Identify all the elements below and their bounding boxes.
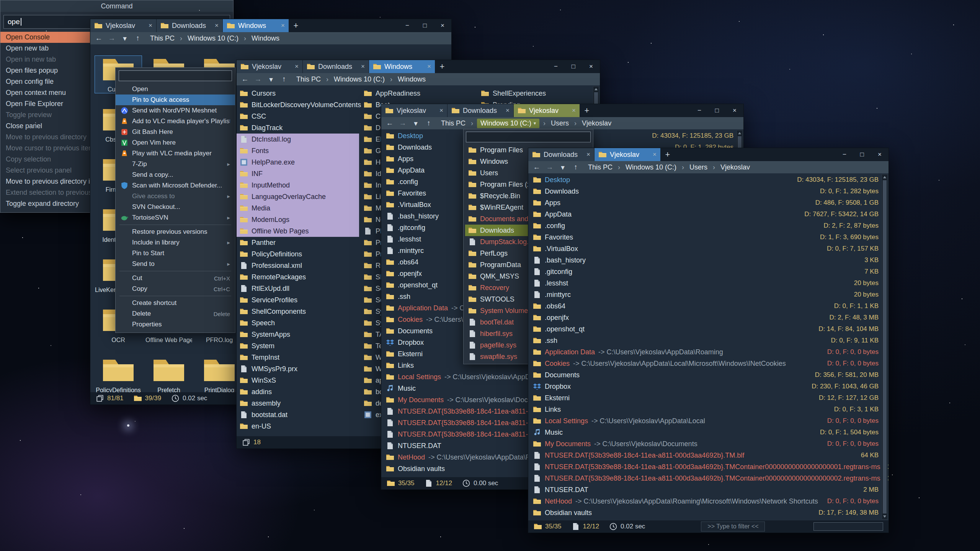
file-row[interactable]: ShellExperiences [478,88,593,99]
scroll-up-icon[interactable] [882,174,887,180]
file-row[interactable]: .openjfxD: 2, F: 48, 3 MB [528,312,889,323]
breadcrumb-segment[interactable]: Windows 10 (C:) [624,163,678,172]
file-row[interactable]: LanguageOverlayCache [237,191,359,202]
file-row[interactable]: NTUSER.DAT{53b39e88-18c4-11ea-a811-000d3… [528,461,889,473]
close-button[interactable]: × [582,60,600,73]
menu-item[interactable]: CopyCtrl+C [116,284,235,294]
file-row[interactable]: ServiceProfiles [237,294,359,306]
grid-item[interactable]: PolicyDefinitions [95,357,142,392]
file-row[interactable]: Fonts [237,145,359,156]
file-row[interactable]: Application Data-> C:\Users\Vjekoslav\Ap… [528,346,889,358]
minimize-button[interactable]: − [547,60,565,73]
file-row[interactable]: .minttyrc20 bytes [528,289,889,300]
file-row[interactable]: WinSxS [237,375,359,386]
menu-item[interactable]: Add to VLC media player's Playlist [116,116,235,127]
breadcrumb-segment[interactable]: Vjekoslav [580,119,613,128]
file-row[interactable]: addins [237,386,359,398]
file-row[interactable]: .sshD: 0, F: 9, 11 KB [528,335,889,346]
status-filter-input[interactable] [813,522,883,531]
file-row[interactable]: Local Settings-> C:\Users\Vjekoslav\AppD… [528,415,889,427]
file-row[interactable]: ModemLogs [237,214,359,225]
titlebar[interactable]: Vjekoslav×Downloads×Windows×+−□× [90,19,451,32]
menu-item[interactable]: Send a copy... [116,170,235,180]
back-icon[interactable]: ← [94,34,103,42]
back-icon[interactable]: ← [532,163,541,171]
tab-vjekoslav[interactable]: Vjekoslav× [595,148,661,161]
file-row[interactable]: RtlExUpd.dll [237,283,359,294]
minimize-button[interactable]: − [399,19,416,32]
menu-item[interactable]: Pin to Quick access [116,95,235,105]
forward-icon[interactable]: → [253,75,263,83]
new-tab-button[interactable]: + [435,60,449,73]
breadcrumb-segment[interactable]: Vjekoslav [719,163,751,172]
file-row[interactable]: InputMethod [237,179,359,191]
dropdown-icon[interactable]: ▾ [411,119,420,128]
close-button[interactable]: × [726,104,743,117]
file-row[interactable]: DropboxD: 230, F: 1043, 46 GB [528,381,889,392]
file-row[interactable]: Panther [237,237,359,248]
menu-item[interactable]: Scan with Microsoft Defender... [116,180,235,191]
close-button[interactable]: × [434,19,451,32]
breadcrumb-segment[interactable]: Users [549,119,570,128]
tab-close-icon[interactable]: × [570,107,576,114]
dropdown-icon[interactable]: ▾ [558,163,567,172]
tab-downloads[interactable]: Downloads× [157,19,223,32]
new-tab-button[interactable]: + [289,19,303,32]
tab-close-icon[interactable]: × [359,63,365,70]
file-row[interactable]: NTUSER.DAT{53b39e88-18c4-11ea-a811-000d3… [528,473,889,484]
tab-vjekoslav[interactable]: Vjekoslav× [381,104,448,117]
tab-close-icon[interactable]: × [212,22,219,29]
file-row[interactable]: Obsidian vaultsD: 17, F: 149, 38 MB [528,507,889,518]
titlebar[interactable]: Vjekoslav×Downloads×Windows×+−□× [237,60,600,73]
file-row[interactable]: Professional.xml [237,260,359,271]
up-icon[interactable]: ↑ [424,119,433,127]
file-row[interactable]: TempInst [237,352,359,363]
file-row[interactable]: .lesshst20 bytes [528,277,889,289]
file-row[interactable]: DesktopD: 43034, F: 125185, 23 GB [528,174,889,186]
menu-item[interactable]: Give access to▸ [116,191,235,202]
file-row[interactable]: .VirtualBoxD: 0, F: 7, 157 KB [528,243,889,254]
tab-downloads[interactable]: Downloads× [303,60,369,73]
menu-item[interactable]: Open [116,84,235,95]
context-menu-filter-input[interactable] [119,70,232,81]
tab-close-icon[interactable]: × [292,63,299,70]
file-row[interactable]: Media [237,202,359,214]
menu-item[interactable]: Pin to Start [116,248,235,259]
forward-icon[interactable]: → [398,119,407,127]
titlebar[interactable]: Vjekoslav×Downloads×Vjekoslav×+−□× [381,104,743,117]
file-row[interactable]: FavoritesD: 1, F: 3, 690 bytes [528,231,889,243]
breadcrumb-segment[interactable]: Windows 10 (C:) [332,75,386,84]
file-list-panel[interactable]: DesktopD: 43034, F: 125185, 23 GBDownloa… [528,173,889,520]
menu-item[interactable]: Send to▸ [116,259,235,269]
new-tab-button[interactable]: + [580,104,594,117]
path-edit-input[interactable] [466,132,591,142]
maximize-button[interactable]: □ [708,104,726,117]
menu-item[interactable]: Play with VLC media player [116,148,235,159]
tab-vjekoslav[interactable]: Vjekoslav× [514,104,580,117]
scroll-up-icon[interactable] [737,130,742,136]
back-icon[interactable]: ← [240,75,250,83]
breadcrumb-segment[interactable]: Windows [250,34,281,43]
file-row[interactable]: DocumentsD: 356, F: 581, 20 MB [528,369,889,381]
file-row[interactable]: en-US [237,421,359,432]
up-icon[interactable]: ↑ [571,163,580,171]
tab-downloads[interactable]: Downloads× [448,104,514,117]
breadcrumb-segment[interactable]: Windows [396,75,427,84]
file-row[interactable]: bootstat.dat [237,409,359,421]
file-row[interactable]: Speech [237,317,359,329]
breadcrumb-segment[interactable]: Windows 10 (C:) [186,34,240,43]
file-row[interactable]: .configD: 2, F: 2, 87 bytes [528,220,889,231]
menu-item[interactable]: Git Bash Here [116,127,235,137]
file-row[interactable]: System [237,340,359,352]
file-row[interactable]: NTUSER.DAT2 MB [528,484,889,496]
forward-icon[interactable]: → [107,34,116,42]
breadcrumb-segment[interactable]: Users [688,163,709,172]
menu-item[interactable]: Create shortcut [116,298,235,308]
file-row[interactable]: DiagTrack [237,122,359,134]
file-row[interactable]: .bash_history3 KB [528,254,889,266]
minimize-button[interactable]: − [691,104,708,117]
file-row[interactable]: .obs64D: 0, F: 1, 1 KB [528,300,889,312]
file-row[interactable]: Cookies-> C:\Users\Vjekoslav\AppData\Loc… [528,358,889,369]
tab-vjekoslav[interactable]: Vjekoslav× [90,19,157,32]
file-row[interactable]: INF [237,168,359,179]
